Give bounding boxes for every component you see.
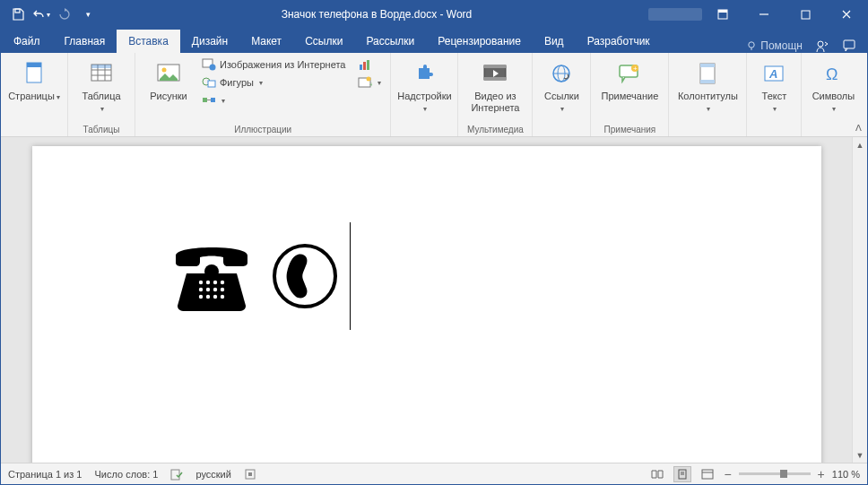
chart-icon	[358, 58, 372, 71]
online-pictures-icon	[202, 58, 216, 71]
svg-point-46	[204, 264, 219, 279]
vertical-scrollbar[interactable]: ▲ ▼	[852, 137, 867, 463]
tab-разработчик[interactable]: Разработчик	[576, 30, 662, 53]
zoom-level[interactable]: 110 %	[832, 469, 860, 480]
redo-button[interactable]	[55, 4, 74, 24]
ribbon-display-options-button[interactable]	[702, 1, 743, 28]
status-language[interactable]: русский	[195, 469, 230, 480]
tell-me-search[interactable]: Помощн	[746, 39, 803, 52]
svg-rect-60	[171, 470, 179, 480]
zoom-out-button[interactable]: −	[724, 467, 731, 481]
svg-point-56	[205, 295, 209, 299]
addins-icon	[413, 63, 435, 84]
svg-point-47	[198, 281, 202, 284]
read-mode-button[interactable]	[648, 466, 666, 482]
print-layout-button[interactable]	[673, 466, 691, 482]
svg-rect-66	[702, 470, 713, 479]
account-area[interactable]	[648, 8, 702, 21]
symbols-button[interactable]: Ω Символы▾	[807, 56, 859, 117]
scroll-up-button[interactable]: ▲	[853, 137, 867, 152]
svg-rect-8	[844, 40, 855, 48]
zoom-in-button[interactable]: +	[818, 467, 825, 481]
svg-point-53	[213, 288, 216, 291]
save-button[interactable]	[8, 4, 28, 24]
group-tables: Таблица▾ Таблицы	[68, 53, 135, 136]
group-pages: Страницы▾	[1, 53, 68, 136]
links-button[interactable]: Ссылки▾	[538, 56, 585, 117]
minimize-button[interactable]	[743, 1, 785, 28]
screenshot-button[interactable]: + ▾	[354, 74, 385, 91]
group-illustrations: Рисунки Изображения из Интернета Фигуры▾…	[135, 53, 391, 136]
group-media: Видео из Интернета Мультимедиа	[458, 53, 533, 136]
pages-button[interactable]: Страницы▾	[6, 56, 62, 105]
web-layout-button[interactable]	[699, 466, 716, 482]
file-tab[interactable]: Файл	[1, 30, 53, 53]
svg-point-20	[210, 65, 216, 71]
svg-text:Ω: Ω	[826, 65, 838, 83]
tab-рассылки[interactable]: Рассылки	[354, 30, 426, 53]
status-proofing-icon[interactable]	[170, 468, 183, 481]
svg-rect-24	[211, 98, 215, 102]
svg-point-18	[162, 68, 167, 73]
table-icon	[90, 63, 113, 84]
addins-button[interactable]: Надстройки▾	[396, 56, 452, 117]
tab-ссылки[interactable]: Ссылки	[293, 30, 354, 53]
svg-rect-41	[700, 64, 715, 67]
svg-rect-23	[203, 98, 207, 102]
tab-дизайн[interactable]: Дизайн	[180, 30, 239, 53]
collapse-ribbon-button[interactable]: ᐱ	[855, 123, 862, 133]
svg-rect-32	[484, 65, 506, 68]
group-addins: Надстройки▾	[391, 53, 458, 136]
comment-button[interactable]: + Примечание	[596, 56, 663, 104]
svg-point-59	[274, 246, 335, 307]
svg-point-7	[818, 41, 823, 47]
svg-rect-27	[367, 60, 369, 70]
zoom-slider[interactable]	[739, 472, 811, 475]
status-word-count[interactable]: Число слов: 1	[94, 469, 158, 480]
video-icon	[482, 64, 508, 83]
smartart-icon	[202, 94, 216, 107]
svg-text:A: A	[768, 67, 777, 81]
status-macro-icon[interactable]	[244, 468, 256, 481]
undo-button[interactable]: ▾	[31, 4, 51, 24]
table-button[interactable]: Таблица▾	[74, 56, 129, 117]
ribbon: Страницы▾ Таблица▾ Таблицы Рисунки	[1, 53, 867, 137]
online-video-button[interactable]: Видео из Интернета	[464, 56, 526, 116]
document-page[interactable]	[32, 146, 821, 463]
document-content	[167, 222, 351, 330]
feedback-icon[interactable]	[842, 39, 856, 53]
pictures-button[interactable]: Рисунки	[141, 56, 196, 104]
svg-point-50	[220, 281, 223, 284]
tab-вид[interactable]: Вид	[533, 30, 576, 53]
chart-button[interactable]	[354, 56, 385, 73]
svg-rect-4	[802, 11, 810, 19]
text-cursor	[350, 222, 351, 330]
smartart-button[interactable]: ▾	[198, 92, 349, 108]
svg-rect-0	[15, 9, 20, 13]
header-footer-icon	[698, 62, 717, 85]
share-icon[interactable]	[815, 39, 829, 53]
svg-rect-26	[363, 62, 366, 70]
svg-point-5	[749, 42, 754, 48]
header-footer-button[interactable]: Колонтитулы▾	[674, 56, 741, 117]
status-page[interactable]: Страница 1 из 1	[8, 469, 82, 480]
maximize-button[interactable]	[785, 1, 826, 28]
online-pictures-button[interactable]: Изображения из Интернета	[198, 56, 349, 73]
tab-рецензирование[interactable]: Рецензирование	[426, 30, 533, 53]
omega-icon: Ω	[823, 64, 843, 83]
textbox-icon: A	[763, 64, 785, 83]
svg-rect-10	[27, 63, 41, 67]
tab-главная[interactable]: Главная	[53, 30, 117, 53]
svg-point-57	[213, 295, 216, 299]
qat-customize-button[interactable]: ▾	[78, 4, 98, 24]
close-button[interactable]	[826, 1, 867, 28]
group-text: A Текст▾	[747, 53, 802, 136]
tab-макет[interactable]: Макет	[239, 30, 293, 53]
scroll-down-button[interactable]: ▼	[853, 447, 867, 463]
text-button[interactable]: A Текст▾	[752, 56, 795, 117]
tab-вставка[interactable]: Вставка	[117, 30, 180, 53]
shapes-button[interactable]: Фигуры▾	[198, 74, 349, 91]
svg-point-58	[220, 295, 223, 299]
shapes-icon	[202, 76, 216, 89]
group-header-footer: Колонтитулы▾	[669, 53, 747, 136]
